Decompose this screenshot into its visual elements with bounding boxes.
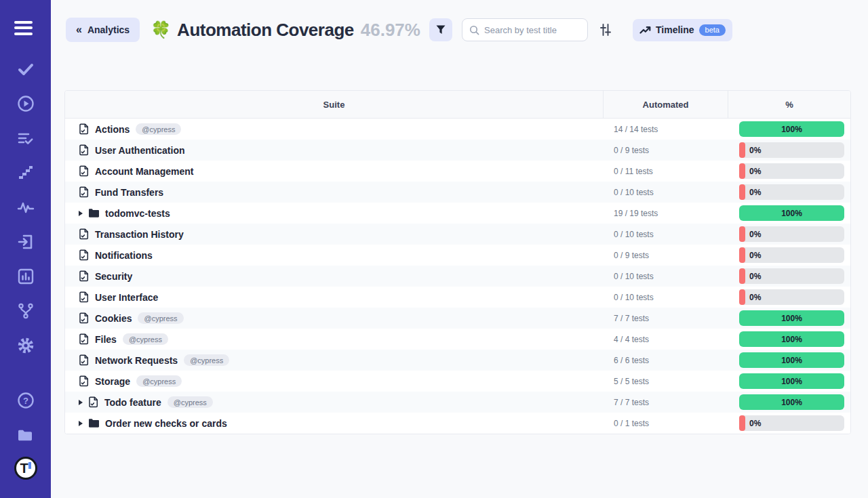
suite-file-check-icon <box>79 270 90 282</box>
tests-check-icon[interactable] <box>17 60 35 78</box>
suite-name: Todo feature <box>104 397 161 408</box>
expand-caret-icon[interactable] <box>79 400 83 405</box>
back-to-analytics-button[interactable]: « Analytics <box>66 18 140 42</box>
suite-tag: @cypress <box>136 123 181 135</box>
runs-play-icon[interactable] <box>17 95 35 112</box>
suite-name: Security <box>95 271 132 282</box>
automated-cell: 0 / 1 tests <box>603 419 728 428</box>
sidebar: ? T <box>0 0 51 498</box>
column-header-automated[interactable]: Automated <box>603 91 728 118</box>
column-header-suite[interactable]: Suite <box>65 91 603 118</box>
automated-count: 4 / 4 tests <box>614 335 649 344</box>
suite-file-check-icon <box>79 165 90 177</box>
column-header-percent[interactable]: % <box>728 91 850 118</box>
table-row[interactable]: User Authentication 0 / 9 tests 0% <box>65 140 850 161</box>
progress-bar-red-stub <box>739 142 745 158</box>
table-row[interactable]: Security 0 / 10 tests 0% <box>65 266 850 287</box>
automated-cell: 7 / 7 tests <box>603 398 728 407</box>
table-row[interactable]: Order new checks or cards 0 / 1 tests 0% <box>65 413 850 434</box>
progress-bar-red-stub <box>739 184 745 200</box>
automated-count: 0 / 9 tests <box>614 251 649 260</box>
automated-cell: 0 / 9 tests <box>603 251 728 260</box>
automated-cell: 0 / 9 tests <box>603 146 728 155</box>
percent-cell: 100% <box>728 331 850 347</box>
automated-count: 0 / 9 tests <box>614 146 649 155</box>
expand-caret-icon[interactable] <box>79 421 83 426</box>
suite-cell: Account Management <box>65 165 603 177</box>
suite-file-check-icon <box>79 249 90 261</box>
percent-cell: 0% <box>728 184 850 200</box>
percent-cell: 100% <box>728 205 850 221</box>
branches-git-icon[interactable] <box>17 302 35 320</box>
table-row[interactable]: Actions @cypress 14 / 14 tests 100% <box>65 119 850 140</box>
timeline-label: Timeline <box>656 24 694 35</box>
percent-cell: 0% <box>728 226 850 242</box>
table-row[interactable]: Account Management 0 / 11 tests 0% <box>65 161 850 182</box>
filter-button[interactable] <box>429 18 452 41</box>
import-login-icon[interactable] <box>17 233 35 251</box>
table-row[interactable]: Network Requests @cypress 6 / 6 tests 10… <box>65 350 850 371</box>
suite-file-check-icon <box>79 312 90 324</box>
suite-file-check-icon <box>79 144 90 156</box>
table-row[interactable]: Storage @cypress 5 / 5 tests 100% <box>65 371 850 392</box>
percent-cell: 0% <box>728 247 850 263</box>
table-row[interactable]: Notifications 0 / 9 tests 0% <box>65 245 850 266</box>
timeline-button[interactable]: Timeline beta <box>633 19 732 41</box>
table-body: Actions @cypress 14 / 14 tests 100% User… <box>65 119 850 434</box>
double-chevron-left-icon: « <box>76 24 82 36</box>
settings-gear-icon[interactable] <box>17 337 35 354</box>
app-logo[interactable]: T <box>14 457 37 480</box>
help-icon[interactable]: ? <box>17 392 35 409</box>
progress-bar-label: 0% <box>749 146 761 155</box>
column-settings-sliders-icon[interactable] <box>597 21 614 39</box>
automated-count: 0 / 10 tests <box>614 188 654 197</box>
progress-bar-label: 100% <box>781 377 802 386</box>
funnel-icon <box>435 24 446 35</box>
progress-bar-label: 100% <box>781 314 802 323</box>
expand-caret-icon[interactable] <box>79 211 83 216</box>
automated-cell: 0 / 10 tests <box>603 272 728 281</box>
table-row[interactable]: User Interface 0 / 10 tests 0% <box>65 287 850 308</box>
automated-cell: 4 / 4 tests <box>603 335 728 344</box>
automated-cell: 6 / 6 tests <box>603 356 728 365</box>
suite-file-check-icon <box>79 228 90 240</box>
reports-bar-chart-icon[interactable] <box>17 268 35 285</box>
table-row[interactable]: Todo feature @cypress 7 / 7 tests 100% <box>65 392 850 413</box>
suite-cell: Order new checks or cards <box>65 418 603 429</box>
percent-cell: 100% <box>728 310 850 326</box>
beta-badge: beta <box>699 24 726 36</box>
automated-count: 0 / 10 tests <box>614 272 654 281</box>
projects-folder-icon[interactable] <box>17 426 35 444</box>
table-row[interactable]: todomvc-tests 19 / 19 tests 100% <box>65 203 850 224</box>
suite-file-check-icon <box>79 354 90 366</box>
progress-bar-red-stub <box>739 415 745 431</box>
suite-file-check-icon <box>79 375 90 387</box>
suite-cell: Todo feature @cypress <box>65 396 603 408</box>
percent-cell: 0% <box>728 268 850 284</box>
suite-name: User Authentication <box>95 145 185 156</box>
suite-name: todomvc-tests <box>105 208 170 219</box>
hamburger-menu-icon[interactable] <box>14 16 37 39</box>
steps-stairs-icon[interactable] <box>17 164 35 182</box>
progress-bar: 100% <box>739 310 844 326</box>
table-header-row: Suite Automated % <box>65 91 850 119</box>
test-plans-list-check-icon[interactable] <box>17 129 35 147</box>
suite-cell: Network Requests @cypress <box>65 354 603 366</box>
search-input[interactable] <box>484 25 580 35</box>
suite-file-check-icon <box>88 396 99 408</box>
progress-bar-label: 100% <box>781 398 802 407</box>
table-row[interactable]: Fund Transfers 0 / 10 tests 0% <box>65 182 850 203</box>
suite-name: User Interface <box>95 292 158 303</box>
activity-pulse-icon[interactable] <box>17 199 35 216</box>
suite-name: Network Requests <box>95 355 178 366</box>
table-row[interactable]: Files @cypress 4 / 4 tests 100% <box>65 329 850 350</box>
suite-file-check-icon <box>79 291 90 303</box>
main-content: « Analytics 🍀 Automation Coverage 46.97%… <box>51 0 868 498</box>
percent-cell: 0% <box>728 163 850 179</box>
progress-bar: 100% <box>739 331 844 347</box>
automated-count: 7 / 7 tests <box>614 314 649 323</box>
automated-cell: 0 / 10 tests <box>603 188 728 197</box>
table-row[interactable]: Transaction History 0 / 10 tests 0% <box>65 224 850 245</box>
progress-bar-label: 0% <box>749 272 761 281</box>
table-row[interactable]: Cookies @cypress 7 / 7 tests 100% <box>65 308 850 329</box>
